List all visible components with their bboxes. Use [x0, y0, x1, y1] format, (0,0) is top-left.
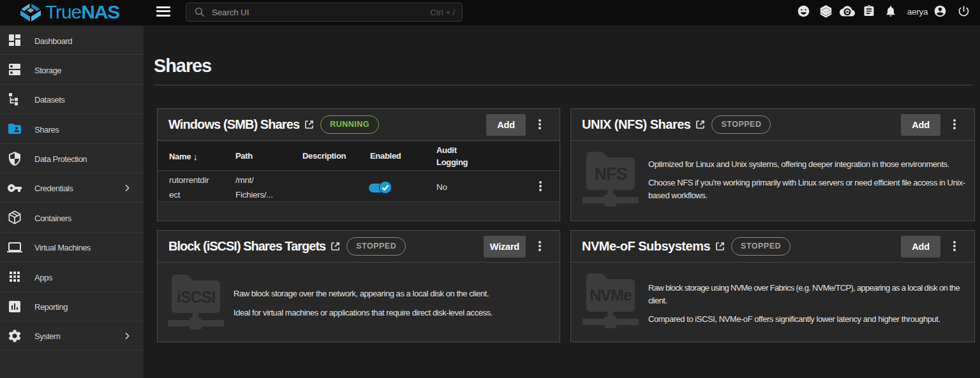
svg-text:iSCSI: iSCSI [177, 288, 215, 306]
svg-text:NFS: NFS [595, 164, 627, 184]
svg-text:NVMe: NVMe [590, 286, 632, 304]
